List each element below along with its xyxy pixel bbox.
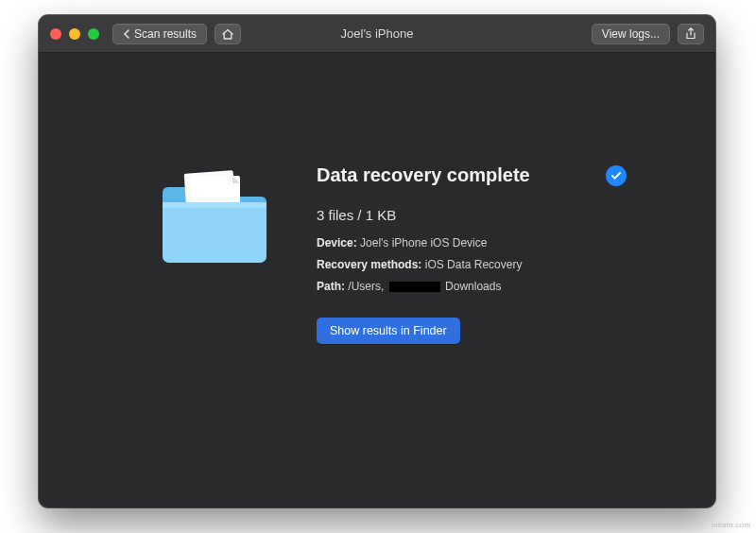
svg-rect-2	[163, 202, 266, 208]
traffic-lights	[50, 28, 99, 40]
result-summary: 3 files / 1 KB	[317, 207, 627, 223]
folder-illustration	[152, 164, 275, 268]
back-button-label: Scan results	[134, 27, 197, 41]
titlebar: Scan results Joel's iPhone View logs...	[39, 15, 715, 53]
app-window: Scan results Joel's iPhone View logs...	[39, 15, 715, 507]
home-button[interactable]	[215, 24, 241, 44]
close-window-button[interactable]	[50, 28, 61, 40]
result-heading: Data recovery complete	[317, 164, 530, 186]
path-line: Path: /Users, Downloads	[317, 276, 627, 298]
path-redacted	[389, 282, 440, 292]
share-icon	[685, 27, 696, 40]
show-in-finder-button[interactable]: Show results in Finder	[317, 318, 460, 344]
chevron-left-icon	[123, 29, 130, 39]
zoom-window-button[interactable]	[88, 28, 99, 40]
view-logs-label: View logs...	[602, 27, 660, 41]
device-label: Device:	[317, 236, 357, 249]
path-prefix: /Users,	[348, 280, 384, 293]
success-check-icon	[606, 165, 627, 186]
back-scan-results-button[interactable]: Scan results	[112, 24, 207, 44]
view-logs-button[interactable]: View logs...	[592, 24, 670, 44]
path-label: Path:	[317, 280, 345, 293]
methods-label: Recovery methods:	[317, 258, 421, 271]
device-value: Joel's iPhone iOS Device	[360, 236, 487, 249]
watermark-text: mbstn.com	[712, 521, 750, 529]
device-line: Device: Joel's iPhone iOS Device	[317, 232, 627, 254]
methods-value: iOS Data Recovery	[425, 258, 523, 271]
home-icon	[221, 28, 234, 40]
methods-line: Recovery methods: iOS Data Recovery	[317, 254, 627, 276]
folder-icon	[157, 164, 270, 268]
share-button[interactable]	[678, 24, 704, 44]
path-suffix: Downloads	[445, 280, 501, 293]
result-info: Data recovery complete 3 files / 1 KB De…	[317, 164, 627, 344]
result-details: Device: Joel's iPhone iOS Device Recover…	[317, 232, 627, 297]
content-area: Data recovery complete 3 files / 1 KB De…	[39, 53, 715, 507]
minimize-window-button[interactable]	[69, 28, 80, 40]
